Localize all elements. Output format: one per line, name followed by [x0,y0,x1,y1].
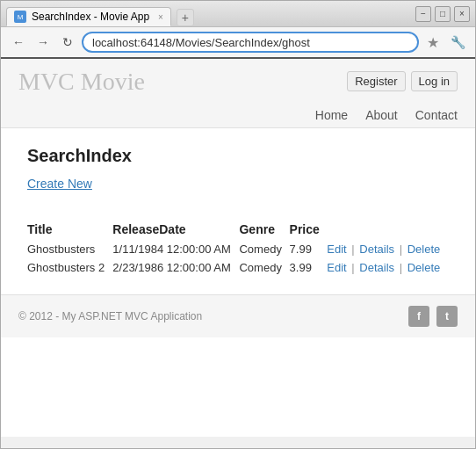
app-footer: © 2012 - My ASP.NET MVC Application f t [1,294,475,337]
refresh-btn[interactable]: ↻ [57,32,78,53]
window-controls: − □ × [415,6,470,22]
cell-price: 3.99 [290,258,328,277]
col-title: Title [27,219,112,240]
address-bar[interactable]: localhost:64148/Movies/SearchIndex/ghost [82,32,419,53]
footer-copyright: © 2012 - My ASP.NET MVC Application [18,310,202,322]
tab-title: SearchIndex - Movie App [32,11,149,23]
edit-link[interactable]: Edit [327,261,346,274]
page-title: SearchIndex [27,146,449,166]
nav-bar: ← → ↻ localhost:64148/Movies/SearchIndex… [1,27,475,59]
cell-actions: Edit | Details | Delete [327,258,449,277]
table-row: Ghostbusters 1/11/1984 12:00:00 AM Comed… [27,240,449,258]
new-tab-btn[interactable]: + [177,9,194,26]
tab-close-btn[interactable]: × [158,12,163,22]
cell-release: 2/23/1986 12:00:00 AM [112,258,239,277]
address-text: localhost:64148/Movies/SearchIndex/ghost [92,36,310,49]
cell-genre: Comedy [239,258,289,277]
create-new-link[interactable]: Create New [27,177,92,191]
header-top: MVC Movie Register Log in [18,68,458,103]
edit-link[interactable]: Edit [327,243,346,256]
col-genre: Genre [239,219,289,240]
col-actions [327,219,449,240]
close-btn[interactable]: × [454,6,470,22]
cell-title: Ghostbusters [27,240,112,258]
login-btn[interactable]: Log in [411,71,458,91]
nav-contact[interactable]: Contact [415,108,458,122]
twitter-icon[interactable]: t [436,306,458,327]
separator: | [400,261,406,274]
page-content: MVC Movie Register Log in Home About Con… [1,59,475,437]
forward-btn[interactable]: → [32,32,54,53]
cell-release: 1/11/1984 12:00:00 AM [112,240,239,258]
separator: | [351,243,357,256]
col-release: ReleaseDate [112,219,239,240]
facebook-icon[interactable]: f [408,306,429,327]
app-header: MVC Movie Register Log in Home About Con… [1,59,475,128]
cell-actions: Edit | Details | Delete [327,240,449,258]
tab-favicon: M [14,11,26,23]
register-btn[interactable]: Register [347,71,405,91]
social-icons: f t [408,306,458,327]
details-link[interactable]: Details [359,243,394,256]
table-row: Ghostbusters 2 2/23/1986 12:00:00 AM Com… [27,258,449,277]
active-tab[interactable]: M SearchIndex - Movie App × [6,7,171,26]
bookmark-btn[interactable]: ★ [422,32,444,53]
cell-genre: Comedy [239,240,289,258]
minimize-btn[interactable]: − [415,6,431,22]
table-header-row: Title ReleaseDate Genre Price [27,219,449,240]
details-link[interactable]: Details [359,261,394,274]
delete-link[interactable]: Delete [407,261,441,274]
main-content: SearchIndex Create New Title ReleaseDate… [1,128,475,294]
maximize-btn[interactable]: □ [435,6,451,22]
cell-title: Ghostbusters 2 [27,258,112,277]
brand-logo: MVC Movie [18,68,145,96]
header-auth: Register Log in [347,68,458,91]
settings-btn[interactable]: 🔧 [447,32,468,53]
nav-home[interactable]: Home [315,108,348,122]
delete-link[interactable]: Delete [407,243,441,256]
cell-price: 7.99 [290,240,328,258]
separator: | [351,261,357,274]
separator: | [400,243,406,256]
browser-window: M SearchIndex - Movie App × + − □ × ← → … [0,0,476,449]
back-btn[interactable]: ← [8,32,29,53]
tab-area: M SearchIndex - Movie App × + [6,1,194,26]
title-bar: M SearchIndex - Movie App × + − □ × [1,1,475,27]
main-nav: Home About Contact [18,103,458,127]
movies-table: Title ReleaseDate Genre Price Ghostbuste… [27,219,449,277]
col-price: Price [290,219,328,240]
nav-about[interactable]: About [365,108,398,122]
